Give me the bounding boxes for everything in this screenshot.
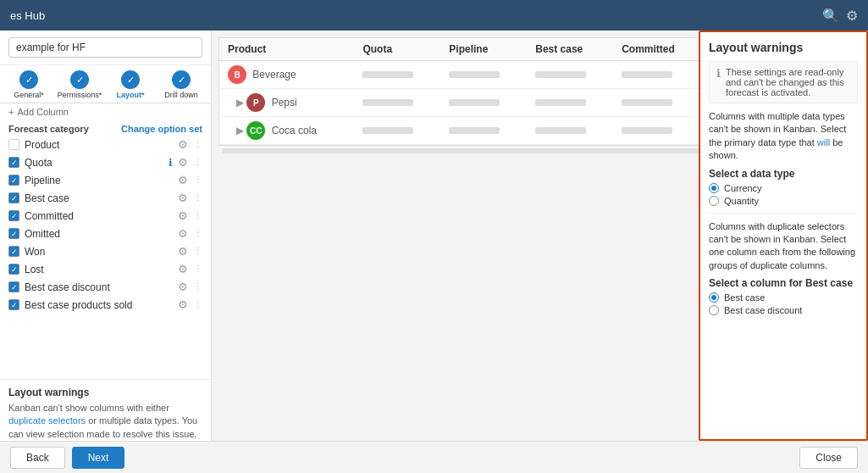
expand-icon-cocacola[interactable]: ▶	[236, 125, 244, 136]
cell-bestcase-cocacola	[527, 117, 613, 145]
drag-icon-product[interactable]: ⋮	[193, 139, 202, 150]
checkbox-product[interactable]	[8, 139, 19, 150]
cat-name-bestcase: Best case	[25, 192, 173, 204]
list-item: ✓ Pipeline ⚙ ⋮	[0, 171, 211, 189]
radio-btn-quantity[interactable]	[709, 196, 719, 206]
cell-quota-pepsi	[354, 89, 440, 117]
drag-icon-won[interactable]: ⋮	[193, 246, 202, 257]
gear-icon-bcps[interactable]: ⚙	[178, 298, 188, 311]
step-layout[interactable]: ✓ Layout*	[105, 70, 156, 99]
checkbox-committed[interactable]: ✓	[8, 210, 19, 221]
col-header-product: Product	[219, 38, 355, 61]
drag-icon-committed[interactable]: ⋮	[193, 210, 202, 221]
search-input[interactable]	[8, 37, 202, 58]
rp-divider	[709, 213, 858, 214]
left-panel: ✓ General* ✓ Permissions* ✓ Layout*	[0, 31, 212, 473]
app-title: es Hub	[10, 9, 45, 22]
radio-btn-bestcasediscount[interactable]	[709, 305, 719, 315]
top-bar: es Hub 🔍 ⚙	[0, 0, 868, 31]
gear-icon-omitted[interactable]: ⚙	[178, 227, 188, 240]
checkbox-pipeline[interactable]: ✓	[8, 175, 19, 186]
checkbox-bestcase[interactable]: ✓	[8, 192, 19, 203]
row-avatar-pepsi: P	[246, 93, 265, 112]
step-label-drilldown: Drill down	[164, 91, 198, 99]
step-drilldown[interactable]: ✓ Drill down	[156, 70, 207, 99]
step-label-permissions: Permissions*	[58, 91, 102, 99]
gear-icon-bestcase[interactable]: ⚙	[178, 192, 188, 204]
checkbox-omitted[interactable]: ✓	[8, 228, 19, 239]
drag-icon-bcd[interactable]: ⋮	[193, 281, 202, 292]
radio-quantity[interactable]: Quantity	[709, 196, 858, 206]
radio-best-case-discount[interactable]: Best case discount	[709, 305, 858, 315]
search-icon[interactable]: 🔍	[822, 8, 839, 24]
gear-icon-won[interactable]: ⚙	[178, 245, 188, 258]
radio-btn-currency[interactable]	[709, 183, 719, 193]
list-item: ✓ Best case discount ⚙ ⋮	[0, 278, 211, 296]
cell-committed-pepsi	[613, 89, 702, 117]
step-circle-general: ✓	[19, 70, 38, 89]
drag-icon-lost[interactable]: ⋮	[193, 264, 202, 275]
step-general[interactable]: ✓ General*	[3, 70, 54, 99]
gear-icon-committed[interactable]: ⚙	[178, 209, 188, 222]
gear-icon-pipeline[interactable]: ⚙	[178, 174, 188, 186]
gear-icon-bcd[interactable]: ⚙	[178, 281, 188, 293]
checkbox-won[interactable]: ✓	[8, 246, 19, 257]
plus-icon: +	[8, 107, 14, 117]
step-permissions[interactable]: ✓ Permissions*	[54, 70, 105, 99]
footer: Back Next Close	[0, 441, 868, 473]
add-column-button[interactable]: + Add Column	[8, 107, 69, 117]
gear-icon-lost[interactable]: ⚙	[178, 263, 188, 275]
cell-bestcase-beverage	[527, 61, 613, 89]
cell-bestcase-pepsi	[527, 89, 613, 117]
cell-quota-beverage	[354, 61, 440, 89]
gear-icon-quota[interactable]: ⚙	[178, 156, 188, 169]
cat-name-lost: Lost	[25, 264, 173, 275]
change-option-link[interactable]: Change option set	[121, 124, 202, 134]
back-button[interactable]: Back	[10, 447, 65, 469]
cell-pipeline-cocacola	[440, 117, 527, 145]
close-button[interactable]: Close	[799, 447, 858, 469]
col-header-committed: Committed	[613, 38, 702, 61]
main-container: ✓ General* ✓ Permissions* ✓ Layout*	[0, 31, 868, 473]
step-snapshots[interactable]: ✓ Snapshots	[207, 70, 211, 99]
col-header-pipeline: Pipeline	[440, 38, 527, 61]
drag-icon-pipeline[interactable]: ⋮	[193, 175, 202, 186]
cell-product-pepsi: ▶ P Pepsi	[219, 89, 355, 117]
info-icon-quota: ℹ	[169, 157, 173, 169]
cat-name-quota: Quota	[25, 157, 163, 169]
rp-data-type-label: Select a data type	[709, 168, 858, 180]
drag-icon-omitted[interactable]: ⋮	[193, 228, 202, 239]
list-item: ✓ Won ⚙ ⋮	[0, 242, 211, 260]
add-column-row: + Add Column	[0, 103, 211, 120]
checkbox-bcps[interactable]: ✓	[8, 299, 19, 310]
row-avatar-beverage: B	[228, 65, 246, 84]
cat-name-product: Product	[25, 139, 173, 151]
drag-icon-quota[interactable]: ⋮	[193, 157, 202, 168]
drag-icon-bestcase[interactable]: ⋮	[193, 192, 202, 203]
step-circle-layout: ✓	[121, 70, 140, 89]
drag-icon-bcps[interactable]: ⋮	[193, 299, 202, 310]
radio-currency[interactable]: Currency	[709, 183, 858, 193]
expand-icon-pepsi[interactable]: ▶	[236, 97, 244, 109]
checkbox-bcd[interactable]: ✓	[8, 281, 19, 292]
settings-icon[interactable]: ⚙	[846, 8, 858, 24]
cat-name-omitted: Omitted	[25, 228, 173, 240]
checkbox-lost[interactable]: ✓	[8, 264, 19, 275]
col-header-quota: Quota	[354, 38, 440, 61]
cat-name-won: Won	[25, 246, 173, 258]
info-icon: ℹ	[716, 67, 721, 97]
step-label-layout: Layout*	[116, 91, 144, 99]
rp-info-box: ℹ These settings are read-only and can't…	[709, 61, 858, 103]
gear-icon-product[interactable]: ⚙	[178, 138, 188, 151]
radio-label-bestcasediscount: Best case discount	[724, 305, 802, 315]
checkbox-quota[interactable]: ✓	[8, 157, 19, 168]
row-avatar-cocacola: CC	[246, 121, 265, 140]
radio-best-case[interactable]: Best case	[709, 292, 858, 303]
radio-label-currency: Currency	[724, 183, 762, 193]
will-link[interactable]: will	[817, 137, 830, 147]
cell-pipeline-pepsi	[440, 89, 527, 117]
radio-btn-bestcase[interactable]	[709, 292, 719, 303]
next-button[interactable]: Next	[72, 447, 125, 469]
wizard-steps-area: ✓ General* ✓ Permissions* ✓ Layout*	[0, 65, 211, 103]
duplicate-link[interactable]: duplicate selectors	[8, 415, 86, 426]
